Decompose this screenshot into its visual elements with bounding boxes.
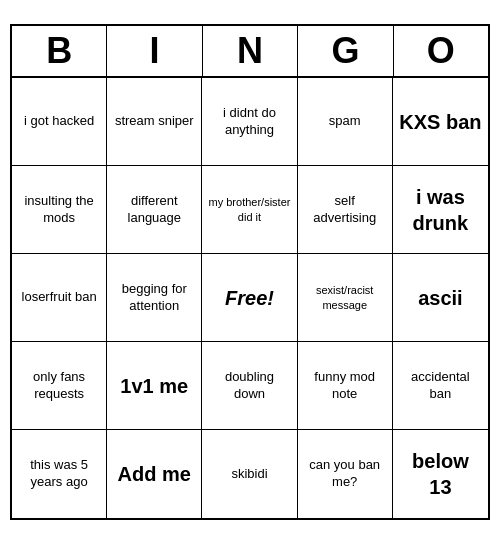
bingo-cell-20: this was 5 years ago [12, 430, 107, 518]
bingo-cell-8: self advertising [298, 166, 393, 254]
header-letter-O: O [394, 26, 488, 76]
bingo-cell-7: my brother/sister did it [202, 166, 297, 254]
bingo-cell-0: i got hacked [12, 78, 107, 166]
bingo-cell-21: Add me [107, 430, 202, 518]
bingo-cell-12: Free! [202, 254, 297, 342]
bingo-cell-4: KXS ban [393, 78, 488, 166]
bingo-cell-10: loserfruit ban [12, 254, 107, 342]
bingo-cell-2: i didnt do anything [202, 78, 297, 166]
header-letter-G: G [298, 26, 393, 76]
bingo-cell-3: spam [298, 78, 393, 166]
bingo-cell-24: below 13 [393, 430, 488, 518]
bingo-cell-5: insulting the mods [12, 166, 107, 254]
bingo-header: BINGO [12, 26, 488, 78]
bingo-cell-11: begging for attention [107, 254, 202, 342]
bingo-cell-6: different language [107, 166, 202, 254]
bingo-cell-15: only fans requests [12, 342, 107, 430]
bingo-cell-1: stream sniper [107, 78, 202, 166]
bingo-cell-13: sexist/racist message [298, 254, 393, 342]
bingo-cell-18: funny mod note [298, 342, 393, 430]
bingo-grid: i got hackedstream sniperi didnt do anyt… [12, 78, 488, 518]
bingo-cell-23: can you ban me? [298, 430, 393, 518]
header-letter-B: B [12, 26, 107, 76]
bingo-cell-22: skibidi [202, 430, 297, 518]
header-letter-N: N [203, 26, 298, 76]
bingo-cell-16: 1v1 me [107, 342, 202, 430]
bingo-cell-17: doubling down [202, 342, 297, 430]
header-letter-I: I [107, 26, 202, 76]
bingo-card: BINGO i got hackedstream sniperi didnt d… [10, 24, 490, 520]
bingo-cell-19: accidental ban [393, 342, 488, 430]
bingo-cell-14: ascii [393, 254, 488, 342]
bingo-cell-9: i was drunk [393, 166, 488, 254]
